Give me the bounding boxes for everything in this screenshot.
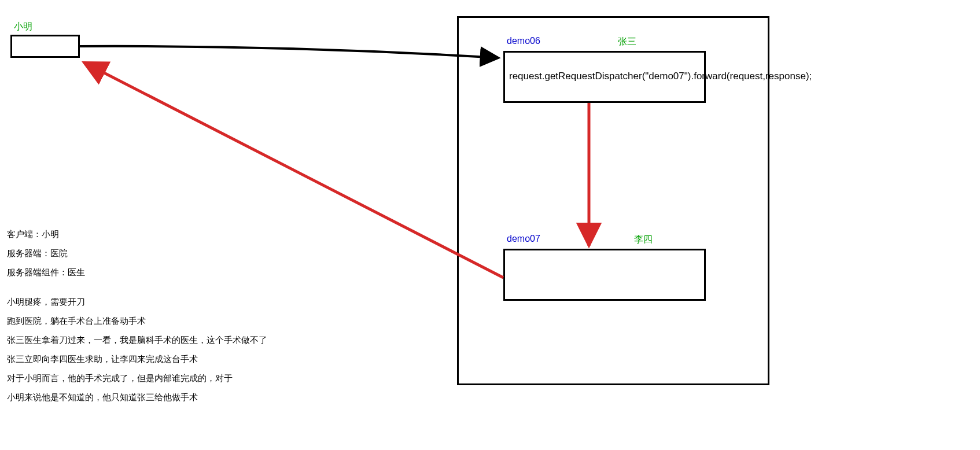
client-box xyxy=(10,35,80,58)
story-line-6: 小明来说他是不知道的，他只知道张三给他做手术 xyxy=(7,388,267,407)
legend-client: 客户端：小明 xyxy=(7,224,267,244)
demo07-name-label: 李四 xyxy=(634,234,653,246)
legend-component: 服务器端组件：医生 xyxy=(7,263,267,282)
demo06-code-text: request.getRequestDispatcher("demo07").f… xyxy=(509,71,812,82)
demo06-id-label: demo06 xyxy=(507,36,540,46)
story-line-1: 小明腿疼，需要开刀 xyxy=(7,292,267,311)
arrow-request xyxy=(80,46,499,58)
legend-server: 服务器端：医院 xyxy=(7,244,267,263)
story-line-5: 对于小明而言，他的手术完成了，但是内部谁完成的，对于 xyxy=(7,368,267,388)
story-line-3: 张三医生拿着刀过来，一看，我是脑科手术的医生，这个手术做不了 xyxy=(7,330,267,349)
demo06-name-label: 张三 xyxy=(618,36,636,48)
story-line-4: 张三立即向李四医生求助，让李四来完成这台手术 xyxy=(7,349,267,368)
demo07-id-label: demo07 xyxy=(507,234,540,244)
client-label: 小明 xyxy=(14,21,32,33)
demo07-box xyxy=(503,249,706,301)
story-line-2: 跑到医院，躺在手术台上准备动手术 xyxy=(7,311,267,330)
explanation-block: 客户端：小明 服务器端：医院 服务器端组件：医生 小明腿疼，需要开刀 跑到医院，… xyxy=(7,224,267,407)
